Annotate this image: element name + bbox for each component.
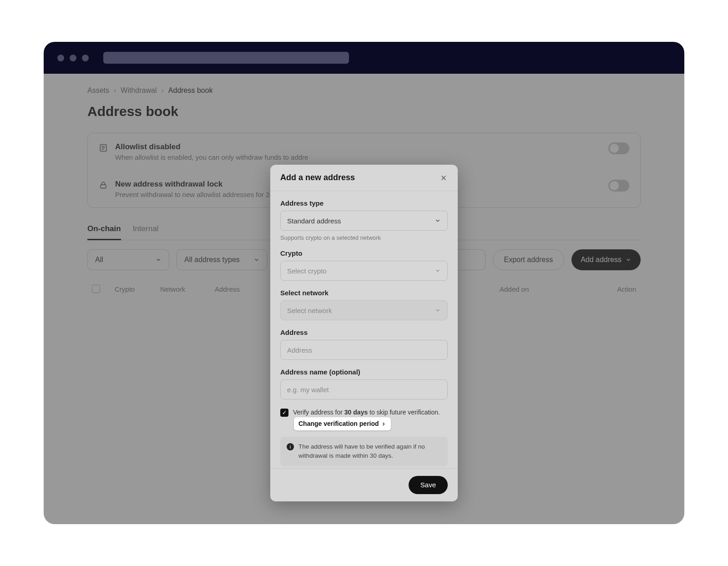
browser-mock: Assets › Withdrawal › Address book Addre…	[44, 42, 684, 524]
traffic-light-min-icon	[70, 55, 76, 61]
verify-post: to skip future verification.	[368, 409, 440, 416]
chevron-down-icon	[435, 217, 441, 224]
modal-title: Add a new address	[280, 173, 355, 182]
crypto-label: Crypto	[280, 249, 448, 257]
address-name-label: Address name (optional)	[280, 368, 448, 376]
change-period-label: Change verification period	[298, 419, 379, 429]
traffic-light-max-icon	[82, 55, 89, 61]
add-address-modal: Add a new address Address type Standard …	[270, 165, 458, 501]
crypto-placeholder: Select crypto	[287, 267, 327, 275]
modal-header: Add a new address	[270, 165, 458, 191]
address-type-hint: Supports crypto on a selected network	[280, 234, 448, 241]
close-icon[interactable]	[440, 174, 448, 182]
modal-body: Address type Standard address Supports c…	[270, 191, 458, 468]
network-placeholder: Select network	[287, 307, 332, 314]
address-name-input[interactable]	[280, 379, 448, 399]
outer-frame: Assets › Withdrawal › Address book Addre…	[18, 16, 710, 550]
verify-text: Verify address for 30 days to skip futur…	[293, 408, 448, 430]
traffic-light-close-icon	[57, 55, 64, 61]
browser-titlebar	[44, 42, 684, 74]
crypto-select[interactable]: Select crypto	[280, 261, 448, 281]
address-label: Address	[280, 328, 448, 336]
verify-row: ✓ Verify address for 30 days to skip fut…	[280, 408, 448, 430]
modal-footer: Save	[270, 468, 458, 501]
chevron-down-icon	[435, 307, 441, 313]
verify-bold: 30 days	[344, 409, 368, 416]
address-type-value: Standard address	[287, 217, 341, 225]
verify-pre: Verify address for	[293, 409, 344, 416]
address-type-select[interactable]: Standard address	[280, 211, 448, 231]
chevron-down-icon	[435, 268, 441, 274]
page-area: Assets › Withdrawal › Address book Addre…	[44, 74, 684, 524]
chevron-right-icon	[381, 421, 386, 427]
url-bar[interactable]	[103, 52, 349, 64]
network-select[interactable]: Select network	[280, 300, 448, 320]
address-input[interactable]	[280, 340, 448, 360]
info-box: i The address will have to be verified a…	[280, 437, 448, 466]
network-label: Select network	[280, 289, 448, 297]
info-icon: i	[287, 443, 294, 450]
info-text: The address will have to be verified aga…	[298, 442, 441, 461]
address-type-label: Address type	[280, 199, 448, 207]
save-button[interactable]: Save	[409, 476, 448, 494]
change-verification-period-button[interactable]: Change verification period	[294, 417, 391, 430]
verify-checkbox[interactable]: ✓	[280, 409, 288, 417]
